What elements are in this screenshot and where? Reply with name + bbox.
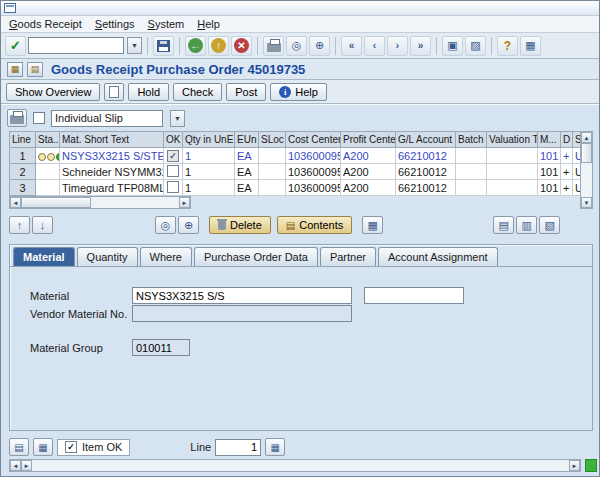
row-selector[interactable]: 1 — [10, 148, 36, 164]
menu-settings[interactable]: Settings — [95, 18, 135, 30]
help-toolbar-button[interactable]: i Help — [270, 83, 327, 101]
print-button[interactable] — [263, 36, 284, 56]
batch-cell[interactable] — [456, 148, 487, 164]
back-button[interactable]: ← — [185, 36, 206, 56]
bottom-scroll-left-icon[interactable]: ◄ — [10, 460, 21, 471]
s-cell[interactable]: U — [573, 164, 581, 180]
enter-button[interactable]: ✓ — [5, 36, 26, 56]
scroll-left-icon[interactable]: ◄ — [10, 197, 21, 208]
next-page-button[interactable]: › — [387, 36, 408, 56]
menu-goods-receipt[interactable]: Goods Receipt — [9, 18, 82, 30]
col-batch[interactable]: Batch — [456, 132, 487, 148]
batch-cell[interactable] — [456, 180, 487, 196]
last-page-button[interactable]: » — [410, 36, 431, 56]
tab-account-assignment[interactable]: Account Assignment — [378, 247, 498, 266]
mvt-cell[interactable]: 101 — [538, 164, 561, 180]
gl-account-cell[interactable]: 66210012 — [396, 148, 456, 164]
sloc-cell[interactable] — [259, 180, 286, 196]
show-overview-button[interactable]: Show Overview — [6, 83, 100, 101]
gl-account-cell[interactable]: 66210012 — [396, 164, 456, 180]
ok-checkbox[interactable]: ✓ — [167, 150, 179, 162]
eun-cell[interactable]: EA — [235, 164, 259, 180]
mat-short-text-cell[interactable]: NSYS3X3215 S/STEEL — [60, 148, 164, 164]
material-field[interactable] — [132, 287, 352, 304]
sloc-cell[interactable] — [259, 148, 286, 164]
row-selector[interactable]: 3 — [10, 180, 36, 196]
detail-view-button[interactable]: ▤ — [493, 216, 514, 234]
transaction-icon[interactable]: ▦ — [7, 62, 23, 77]
valuation-cell[interactable] — [487, 148, 538, 164]
material-group-field[interactable] — [132, 339, 190, 356]
col-d[interactable]: D — [561, 132, 573, 148]
find-next-button[interactable]: ⊕ — [309, 36, 330, 56]
material-number-field[interactable] — [364, 287, 464, 304]
profit-center-cell[interactable]: A200 — [341, 164, 396, 180]
save-button[interactable] — [153, 36, 174, 56]
tab-purchase-order-data[interactable]: Purchase Order Data — [194, 247, 318, 266]
cost-center-cell[interactable]: 103600095 — [286, 164, 341, 180]
export-button[interactable]: ▧ — [539, 216, 560, 234]
cost-center-cell[interactable]: 103600095 — [286, 180, 341, 196]
vendor-material-field[interactable] — [132, 305, 352, 322]
menu-help[interactable]: Help — [197, 18, 220, 30]
menu-system[interactable]: System — [148, 18, 185, 30]
item-detail-button[interactable]: ▦ — [33, 438, 53, 456]
print-slip-checkbox[interactable] — [33, 112, 45, 124]
sort-ascending-button[interactable]: ↑ — [9, 216, 30, 234]
tab-partner[interactable]: Partner — [320, 247, 376, 266]
create-shortcut-button[interactable]: ▨ — [465, 36, 486, 56]
scroll-up-icon[interactable]: ▲ — [581, 132, 592, 143]
item-ok-checkbox[interactable]: ✓ — [65, 441, 77, 453]
sloc-cell[interactable] — [259, 164, 286, 180]
scroll-right-icon[interactable]: ► — [179, 197, 190, 208]
command-field[interactable] — [28, 37, 124, 54]
col-sloc[interactable]: SLoc — [259, 132, 286, 148]
customize-layout-button[interactable]: ▦ — [520, 36, 541, 56]
exit-button[interactable]: ↑ — [208, 36, 229, 56]
eun-cell[interactable]: EA — [235, 148, 259, 164]
line-select-button[interactable]: ▦ — [265, 438, 285, 456]
mat-short-text-cell[interactable]: Schneider NSYMM32 — [60, 164, 164, 180]
row-selector[interactable]: 2 — [10, 164, 36, 180]
table-view-button[interactable]: ▥ — [516, 216, 537, 234]
line-field[interactable] — [215, 439, 261, 456]
col-status[interactable]: Sta... — [36, 132, 60, 148]
overview-tree-icon[interactable]: ▤ — [27, 62, 43, 77]
qty-cell[interactable]: 1 — [183, 164, 235, 180]
slip-type-dropdown-icon[interactable]: ▼ — [170, 110, 185, 127]
mvt-cell[interactable]: 101 — [538, 148, 561, 164]
qty-cell[interactable]: 1 — [183, 180, 235, 196]
eun-cell[interactable]: EA — [235, 180, 259, 196]
mat-short-text-cell[interactable]: Timeguard TFP08ML — [60, 180, 164, 196]
profit-center-cell[interactable]: A200 — [341, 180, 396, 196]
help-button[interactable]: ? — [497, 36, 518, 56]
tab-where[interactable]: Where — [140, 247, 192, 266]
table-vertical-scrollbar[interactable]: ▲ ▼ — [580, 131, 593, 209]
batch-cell[interactable] — [456, 164, 487, 180]
vertical-scroll-thumb[interactable] — [581, 143, 592, 163]
d-cell[interactable]: + — [561, 180, 573, 196]
post-button[interactable]: Post — [226, 83, 266, 101]
horizontal-scroll-thumb[interactable] — [21, 197, 91, 208]
bottom-scroll-right-icon[interactable]: ► — [21, 460, 32, 471]
profit-center-cell[interactable]: A200 — [341, 148, 396, 164]
find-entry-button[interactable]: ◎ — [155, 216, 176, 234]
mvt-cell[interactable]: 101 — [538, 180, 561, 196]
bottom-scrollbar[interactable]: ◄ ► ► — [9, 459, 581, 472]
ok-checkbox[interactable] — [167, 165, 179, 177]
find-button[interactable]: ◎ — [286, 36, 307, 56]
valuation-cell[interactable] — [487, 164, 538, 180]
col-profit-center[interactable]: Profit Center — [341, 132, 396, 148]
print-slip-button[interactable] — [7, 109, 27, 127]
delete-button[interactable]: Delete — [209, 216, 271, 234]
scroll-down-icon[interactable]: ▼ — [581, 197, 592, 208]
previous-page-button[interactable]: ‹ — [364, 36, 385, 56]
hold-button[interactable]: Hold — [128, 83, 169, 101]
table-horizontal-scrollbar[interactable]: ◄ ► — [9, 196, 191, 209]
tab-quantity[interactable]: Quantity — [77, 247, 138, 266]
col-s[interactable]: S... — [573, 132, 581, 148]
col-valuation-type[interactable]: Valuation T... — [487, 132, 538, 148]
col-eun[interactable]: EUn — [235, 132, 259, 148]
item-list-button[interactable]: ▤ — [9, 438, 29, 456]
command-dropdown-icon[interactable]: ▼ — [127, 37, 142, 54]
